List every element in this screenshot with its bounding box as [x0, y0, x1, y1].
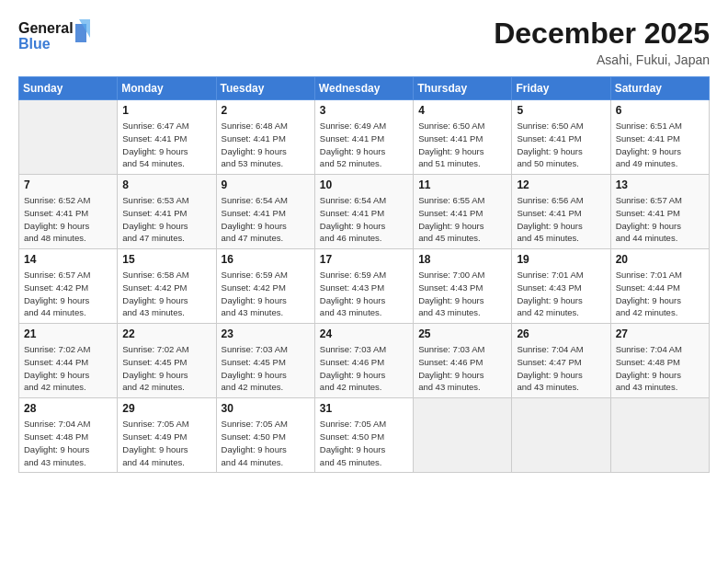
calendar-cell: 8Sunrise: 6:53 AM Sunset: 4:41 PM Daylig… [118, 175, 216, 249]
day-number: 14 [24, 253, 112, 266]
calendar-cell: 28Sunrise: 7:04 AM Sunset: 4:48 PM Dayli… [19, 398, 118, 473]
svg-text:Blue: Blue [18, 36, 51, 52]
calendar-cell: 10Sunrise: 6:54 AM Sunset: 4:41 PM Dayli… [314, 175, 413, 249]
day-number: 13 [616, 178, 704, 191]
day-number: 17 [320, 253, 408, 266]
week-row-4: 21Sunrise: 7:02 AM Sunset: 4:44 PM Dayli… [19, 324, 710, 398]
calendar-cell: 27Sunrise: 7:04 AM Sunset: 4:48 PM Dayli… [610, 324, 709, 398]
day-info: Sunrise: 7:05 AM Sunset: 4:50 PM Dayligh… [222, 418, 310, 468]
day-number: 29 [122, 402, 210, 415]
day-number: 18 [418, 253, 506, 266]
location: Asahi, Fukui, Japan [494, 52, 710, 67]
calendar-cell: 15Sunrise: 6:58 AM Sunset: 4:42 PM Dayli… [118, 249, 216, 324]
day-info: Sunrise: 6:54 AM Sunset: 4:41 PM Dayligh… [222, 194, 310, 245]
day-info: Sunrise: 6:59 AM Sunset: 4:43 PM Dayligh… [320, 269, 408, 319]
calendar-cell: 7Sunrise: 6:52 AM Sunset: 4:41 PM Daylig… [19, 175, 118, 249]
header-row: Sunday Monday Tuesday Wednesday Thursday… [19, 77, 710, 100]
day-info: Sunrise: 7:01 AM Sunset: 4:43 PM Dayligh… [517, 269, 605, 319]
day-info: Sunrise: 6:54 AM Sunset: 4:41 PM Dayligh… [320, 194, 408, 245]
day-number: 16 [222, 253, 310, 266]
calendar-cell [610, 398, 709, 473]
calendar-cell: 30Sunrise: 7:05 AM Sunset: 4:50 PM Dayli… [216, 398, 314, 473]
week-row-1: 1Sunrise: 6:47 AM Sunset: 4:41 PM Daylig… [19, 100, 710, 175]
calendar-cell: 12Sunrise: 6:56 AM Sunset: 4:41 PM Dayli… [512, 175, 610, 249]
calendar-cell: 20Sunrise: 7:01 AM Sunset: 4:44 PM Dayli… [610, 249, 709, 324]
calendar-cell: 19Sunrise: 7:01 AM Sunset: 4:43 PM Dayli… [512, 249, 610, 324]
calendar-cell: 4Sunrise: 6:50 AM Sunset: 4:41 PM Daylig… [414, 100, 512, 175]
day-info: Sunrise: 7:00 AM Sunset: 4:43 PM Dayligh… [418, 269, 506, 319]
day-number: 23 [222, 327, 310, 340]
calendar-cell: 23Sunrise: 7:03 AM Sunset: 4:45 PM Dayli… [216, 324, 314, 398]
day-info: Sunrise: 7:01 AM Sunset: 4:44 PM Dayligh… [616, 269, 704, 319]
calendar-cell: 24Sunrise: 7:03 AM Sunset: 4:46 PM Dayli… [314, 324, 413, 398]
day-info: Sunrise: 7:04 AM Sunset: 4:48 PM Dayligh… [24, 418, 112, 468]
col-wednesday: Wednesday [314, 77, 413, 100]
header: General Blue December 2025 Asahi, Fukui,… [18, 17, 710, 67]
col-tuesday: Tuesday [216, 77, 314, 100]
day-info: Sunrise: 7:02 AM Sunset: 4:44 PM Dayligh… [24, 343, 112, 394]
calendar-cell: 25Sunrise: 7:03 AM Sunset: 4:46 PM Dayli… [414, 324, 512, 398]
week-row-5: 28Sunrise: 7:04 AM Sunset: 4:48 PM Dayli… [19, 398, 710, 473]
col-saturday: Saturday [610, 77, 709, 100]
day-number: 19 [517, 253, 605, 266]
logo: General Blue [18, 17, 92, 59]
day-number: 7 [24, 178, 112, 191]
day-number: 24 [320, 327, 408, 340]
day-info: Sunrise: 6:49 AM Sunset: 4:41 PM Dayligh… [320, 120, 408, 170]
day-info: Sunrise: 6:50 AM Sunset: 4:41 PM Dayligh… [418, 120, 506, 170]
week-row-3: 14Sunrise: 6:57 AM Sunset: 4:42 PM Dayli… [19, 249, 710, 324]
day-number: 10 [320, 178, 408, 191]
day-number: 3 [320, 104, 408, 117]
week-row-2: 7Sunrise: 6:52 AM Sunset: 4:41 PM Daylig… [19, 175, 710, 249]
day-info: Sunrise: 6:50 AM Sunset: 4:41 PM Dayligh… [517, 120, 605, 170]
day-number: 28 [24, 402, 112, 415]
calendar-cell: 1Sunrise: 6:47 AM Sunset: 4:41 PM Daylig… [118, 100, 216, 175]
day-number: 5 [517, 104, 605, 117]
col-friday: Friday [512, 77, 610, 100]
calendar-cell: 6Sunrise: 6:51 AM Sunset: 4:41 PM Daylig… [610, 100, 709, 175]
day-info: Sunrise: 7:04 AM Sunset: 4:47 PM Dayligh… [517, 343, 605, 394]
col-thursday: Thursday [414, 77, 512, 100]
day-info: Sunrise: 7:03 AM Sunset: 4:46 PM Dayligh… [418, 343, 506, 394]
calendar-cell: 17Sunrise: 6:59 AM Sunset: 4:43 PM Dayli… [314, 249, 413, 324]
day-number: 22 [122, 327, 210, 340]
day-number: 9 [222, 178, 310, 191]
day-info: Sunrise: 7:02 AM Sunset: 4:45 PM Dayligh… [122, 343, 210, 394]
day-info: Sunrise: 6:48 AM Sunset: 4:41 PM Dayligh… [222, 120, 310, 170]
title-block: December 2025 Asahi, Fukui, Japan [494, 17, 710, 67]
calendar-cell: 31Sunrise: 7:05 AM Sunset: 4:50 PM Dayli… [314, 398, 413, 473]
calendar-cell [414, 398, 512, 473]
day-number: 6 [616, 104, 704, 117]
day-info: Sunrise: 6:57 AM Sunset: 4:41 PM Dayligh… [616, 194, 704, 245]
svg-text:General: General [18, 20, 74, 36]
day-info: Sunrise: 7:05 AM Sunset: 4:49 PM Dayligh… [122, 418, 210, 468]
calendar-cell: 26Sunrise: 7:04 AM Sunset: 4:47 PM Dayli… [512, 324, 610, 398]
calendar-cell: 5Sunrise: 6:50 AM Sunset: 4:41 PM Daylig… [512, 100, 610, 175]
day-number: 8 [122, 178, 210, 191]
calendar-cell: 11Sunrise: 6:55 AM Sunset: 4:41 PM Dayli… [414, 175, 512, 249]
day-info: Sunrise: 6:55 AM Sunset: 4:41 PM Dayligh… [418, 194, 506, 245]
day-info: Sunrise: 6:58 AM Sunset: 4:42 PM Dayligh… [122, 269, 210, 319]
day-info: Sunrise: 7:05 AM Sunset: 4:50 PM Dayligh… [320, 418, 408, 468]
calendar-table: Sunday Monday Tuesday Wednesday Thursday… [18, 76, 710, 473]
day-info: Sunrise: 6:59 AM Sunset: 4:42 PM Dayligh… [222, 269, 310, 319]
day-number: 26 [517, 327, 605, 340]
logo-icon: General Blue [18, 17, 92, 55]
month-title: December 2025 [494, 17, 710, 51]
day-number: 12 [517, 178, 605, 191]
day-info: Sunrise: 6:51 AM Sunset: 4:41 PM Dayligh… [616, 120, 704, 170]
day-info: Sunrise: 6:56 AM Sunset: 4:41 PM Dayligh… [517, 194, 605, 245]
calendar-cell: 2Sunrise: 6:48 AM Sunset: 4:41 PM Daylig… [216, 100, 314, 175]
calendar-cell [512, 398, 610, 473]
day-number: 27 [616, 327, 704, 340]
day-number: 25 [418, 327, 506, 340]
day-info: Sunrise: 7:03 AM Sunset: 4:45 PM Dayligh… [222, 343, 310, 394]
calendar-cell: 21Sunrise: 7:02 AM Sunset: 4:44 PM Dayli… [19, 324, 118, 398]
day-number: 31 [320, 402, 408, 415]
col-monday: Monday [118, 77, 216, 100]
day-info: Sunrise: 6:47 AM Sunset: 4:41 PM Dayligh… [122, 120, 210, 170]
day-number: 21 [24, 327, 112, 340]
calendar-cell: 18Sunrise: 7:00 AM Sunset: 4:43 PM Dayli… [414, 249, 512, 324]
day-number: 1 [122, 104, 210, 117]
page: General Blue December 2025 Asahi, Fukui,… [0, 0, 728, 563]
